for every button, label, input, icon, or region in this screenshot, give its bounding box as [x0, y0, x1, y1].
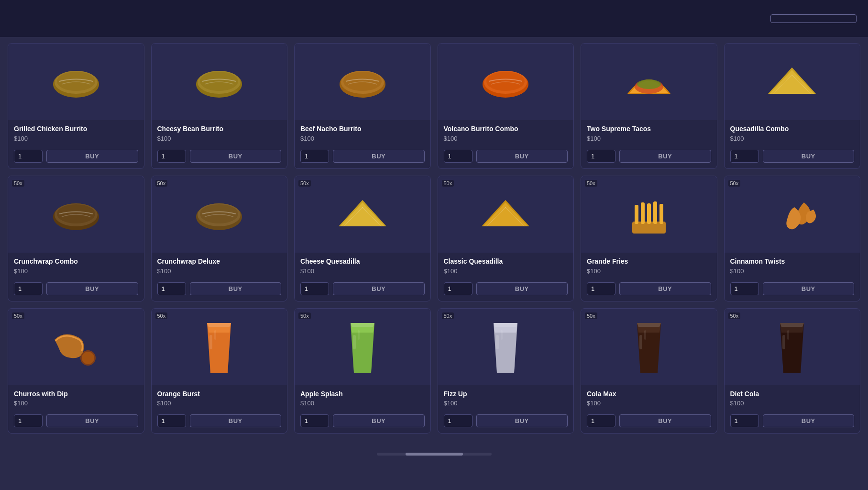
scrollbar-thumb[interactable] [406, 453, 463, 456]
qty-input[interactable] [730, 282, 759, 295]
svg-rect-21 [635, 205, 638, 224]
qty-input[interactable] [730, 414, 759, 427]
item-card-apple-splash: 50x Apple Splash $100 BUY [294, 308, 431, 434]
item-card-diet-cola: 50x Diet Cola $100 BUY [724, 308, 861, 434]
item-card-grilled-chicken-burrito: Grilled Chicken Burrito $100 BUY [8, 43, 144, 169]
qty-input[interactable] [14, 150, 43, 163]
item-visual [193, 321, 245, 373]
buy-button[interactable]: BUY [476, 150, 568, 163]
item-badge: 50x [585, 180, 597, 187]
item-card-beef-nacho-burrito: Beef Nacho Burrito $100 BUY [294, 43, 431, 169]
filter-dropdown[interactable] [770, 14, 857, 23]
item-price: $100 [300, 135, 425, 142]
qty-input[interactable] [587, 414, 615, 427]
item-price: $100 [587, 400, 711, 407]
item-visual [623, 188, 675, 241]
svg-rect-31 [358, 330, 360, 340]
item-actions: BUY [438, 278, 574, 301]
item-image-area [725, 44, 860, 120]
scrollbar-track[interactable] [377, 453, 492, 456]
item-card-cheesy-bean-burrito: Cheesy Bean Burrito $100 BUY [151, 43, 288, 169]
item-card-cheese-quesadilla: 50x Cheese Quesadilla $100 BUY [294, 176, 431, 301]
item-price: $100 [300, 400, 425, 407]
buy-button[interactable]: BUY [333, 150, 425, 163]
svg-rect-32 [496, 335, 499, 349]
item-visual [336, 56, 389, 108]
item-info: Churros with Dip $100 [8, 385, 144, 411]
svg-rect-33 [501, 330, 503, 340]
item-price: $100 [587, 135, 711, 142]
item-name: Beef Nacho Burrito [300, 125, 425, 133]
qty-input[interactable] [300, 414, 329, 427]
qty-input[interactable] [157, 282, 186, 295]
item-actions: BUY [581, 278, 717, 301]
item-info: Diet Cola $100 [725, 385, 860, 411]
item-card-cinnamon-twists: 50x Cinnamon Twists $100 BUY [724, 176, 861, 301]
qty-input[interactable] [14, 282, 43, 295]
qty-input[interactable] [730, 150, 759, 163]
svg-point-2 [57, 72, 95, 91]
item-image-area: 50x [8, 176, 144, 253]
svg-rect-35 [644, 330, 646, 340]
qty-input[interactable] [444, 150, 472, 163]
item-price: $100 [587, 267, 711, 275]
items-grid: Grilled Chicken Burrito $100 BUY Cheesy … [8, 43, 860, 434]
svg-point-11 [486, 72, 525, 91]
item-price: $100 [14, 135, 138, 142]
item-image-area: 50x [725, 176, 860, 253]
item-image-area: 50x [581, 309, 717, 385]
item-card-volcano-burrito-combo: Volcano Burrito Combo $100 BUY [438, 43, 574, 169]
qty-input[interactable] [444, 282, 472, 295]
item-price: $100 [300, 267, 425, 275]
item-info: Quesadilla Combo $100 [725, 120, 860, 146]
svg-point-16 [57, 204, 95, 223]
buy-button[interactable]: BUY [46, 282, 138, 295]
item-visual [766, 56, 818, 108]
item-info: Two Supreme Tacos $100 [581, 120, 717, 146]
buy-button[interactable]: BUY [476, 282, 568, 295]
buy-button[interactable]: BUY [190, 150, 282, 163]
qty-input[interactable] [14, 414, 43, 427]
item-name: Cheesy Bean Burrito [157, 125, 282, 133]
qty-input[interactable] [157, 150, 186, 163]
buy-button[interactable]: BUY [619, 150, 711, 163]
svg-rect-36 [782, 335, 785, 349]
qty-input[interactable] [444, 414, 472, 427]
svg-point-8 [343, 72, 382, 91]
item-visual [50, 321, 102, 373]
item-badge: 50x [12, 180, 24, 187]
item-visual [766, 321, 818, 373]
item-image-area: 50x [725, 309, 860, 385]
qty-input[interactable] [157, 414, 186, 427]
buy-button[interactable]: BUY [333, 414, 425, 427]
item-name: Grande Fries [587, 257, 711, 266]
buy-button[interactable]: BUY [763, 414, 855, 427]
item-info: Grande Fries $100 [581, 253, 717, 278]
svg-rect-25 [659, 204, 663, 224]
svg-rect-28 [209, 335, 212, 349]
qty-input[interactable] [587, 282, 615, 295]
buy-button[interactable]: BUY [476, 414, 568, 427]
item-actions: BUY [152, 411, 287, 433]
buy-button[interactable]: BUY [763, 282, 855, 295]
qty-input[interactable] [587, 150, 615, 163]
buy-button[interactable]: BUY [190, 282, 282, 295]
buy-button[interactable]: BUY [619, 414, 711, 427]
item-name: Apple Splash [300, 390, 425, 398]
item-image-area [438, 44, 574, 120]
item-name: Crunchwrap Combo [14, 257, 138, 266]
buy-button[interactable]: BUY [763, 150, 855, 163]
scrollbar-area[interactable] [0, 445, 868, 459]
item-name: Volcano Burrito Combo [444, 125, 568, 133]
buy-button[interactable]: BUY [46, 414, 138, 427]
item-card-crunchwrap-deluxe: 50x Crunchwrap Deluxe $100 BUY [151, 176, 288, 301]
item-price: $100 [444, 267, 568, 275]
item-actions: BUY [295, 278, 430, 301]
item-price: $100 [730, 400, 855, 407]
buy-button[interactable]: BUY [190, 414, 282, 427]
qty-input[interactable] [300, 282, 329, 295]
buy-button[interactable]: BUY [619, 282, 711, 295]
qty-input[interactable] [300, 150, 329, 163]
buy-button[interactable]: BUY [333, 282, 425, 295]
buy-button[interactable]: BUY [46, 150, 138, 163]
